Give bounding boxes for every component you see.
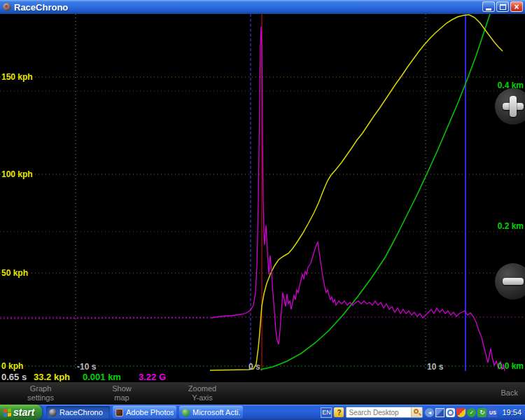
restore-button[interactable] — [496, 1, 509, 12]
search-icon — [414, 409, 419, 414]
cursor-status-value: 0.65 s — [1, 372, 27, 382]
softkey-label: Show — [83, 384, 161, 393]
close-icon: × — [514, 3, 519, 11]
language-us-icon[interactable]: US — [488, 408, 497, 417]
minus-icon — [503, 278, 524, 285]
cursor-status-value: 0.001 km — [83, 372, 121, 382]
axis-tick-label: 0 s — [248, 362, 260, 372]
back-button[interactable]: Back — [501, 388, 518, 397]
axis-tick-label: 50 kph — [1, 268, 28, 278]
axis-tick-label: 0.2 km — [498, 221, 524, 231]
photoshop-taskbar-icon — [115, 409, 123, 416]
racechrono-taskbar-icon — [49, 409, 57, 416]
racechrono-window: RaceChrono × 150 kph100 kph50 kph0 kph0.… — [0, 0, 525, 420]
desktop-search-box — [346, 407, 423, 418]
security-alert-icon[interactable] — [456, 408, 465, 417]
taskbar-clock[interactable]: 19:54 — [502, 408, 522, 416]
softkey-show-map[interactable]: Showmap — [83, 384, 161, 404]
search-go-button[interactable] — [411, 407, 422, 418]
desktop-search-tray-icon[interactable] — [446, 408, 455, 417]
axis-tick-label: 10 s — [427, 362, 443, 372]
telemetry-graph[interactable]: 150 kph100 kph50 kph0 kph0.4 km0.2 km0.0… — [0, 14, 525, 382]
restore-icon — [500, 4, 506, 10]
g-force-idle-trace — [0, 318, 211, 318]
softkey-label: settings — [1, 393, 80, 402]
system-tray: EN ? ◄✓↻US 19:54 — [321, 405, 525, 420]
distance-trace — [260, 14, 490, 370]
softkey-zoomed-yaxis[interactable]: ZoomedY-axis — [163, 384, 241, 404]
taskbar-button-label: RaceChrono — [59, 408, 103, 416]
taskbar-button-label: Adobe Photos... — [126, 408, 174, 416]
start-label: start — [13, 407, 34, 418]
hide-tray-icons-button[interactable]: ◄ — [425, 408, 434, 417]
zoom-out-button[interactable] — [495, 263, 525, 300]
window-title: RaceChrono — [14, 2, 68, 13]
title-bar: RaceChrono × — [0, 0, 525, 14]
softkey-label: map — [83, 393, 161, 402]
softkey-label: Graph — [1, 384, 80, 393]
taskbar-button-adobephotos[interactable]: Adobe Photos... — [113, 406, 176, 419]
minimize-icon — [486, 8, 491, 10]
sync-tray-icon[interactable]: ↻ — [477, 408, 486, 417]
taskbar-button-label: Microsoft Acti... — [192, 408, 240, 416]
windows-security-icon[interactable] — [435, 408, 444, 417]
antivirus-ok-icon[interactable]: ✓ — [467, 408, 476, 417]
search-input[interactable] — [346, 407, 411, 417]
softkey-graph-settings[interactable]: Graphsettings — [1, 384, 80, 404]
close-button[interactable]: × — [510, 1, 523, 12]
g-force-trace — [211, 27, 505, 371]
softkey-label: Y-axis — [163, 393, 241, 402]
axis-tick-label: 100 kph — [1, 169, 33, 179]
zoom-in-button[interactable] — [495, 88, 525, 125]
softkey-label: Zoomed — [163, 384, 241, 393]
axis-tick-label: 150 kph — [1, 72, 33, 82]
windows-logo-icon — [4, 408, 11, 416]
taskbar-button-racechrono[interactable]: RaceChrono — [46, 406, 110, 419]
graph-plot — [0, 14, 525, 371]
app-icon — [3, 3, 11, 11]
taskbar: start RaceChronoAdobe Photos...Microsoft… — [0, 405, 525, 420]
cursor-status-value: 3.22 G — [139, 372, 166, 382]
language-indicator[interactable]: EN — [321, 407, 332, 418]
start-button[interactable]: start — [0, 405, 42, 420]
axis-tick-label: 0 kph — [1, 361, 23, 371]
help-tray-icon[interactable]: ? — [334, 407, 344, 417]
minimize-button[interactable] — [482, 1, 495, 12]
cursor-status-value: 33.2 kph — [34, 372, 70, 382]
taskbar-button-microsoftacti[interactable]: Microsoft Acti... — [179, 406, 243, 419]
axis-tick-label: 0.0 km — [498, 361, 524, 371]
axis-tick-label: -10 s — [77, 362, 96, 372]
softkey-bar: GraphsettingsShowmapZoomedY-axis Back — [0, 382, 525, 405]
activesync-taskbar-icon — [182, 409, 190, 416]
